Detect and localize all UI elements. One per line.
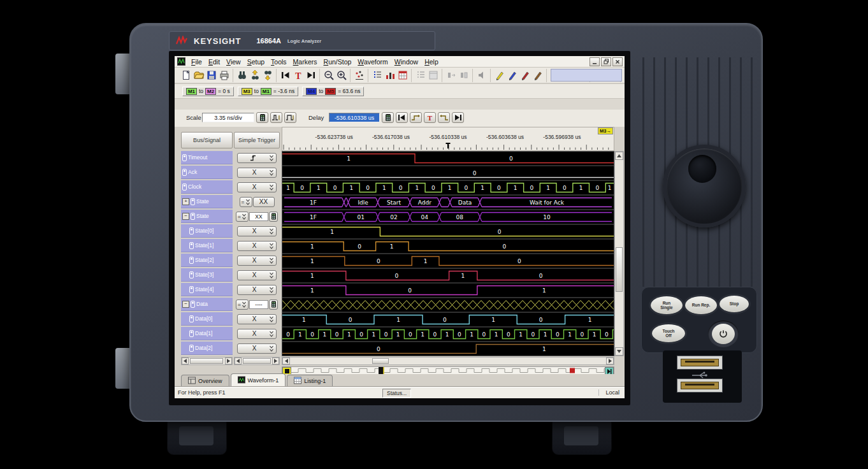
stop-button[interactable]: Stop: [720, 296, 749, 312]
next-edge-button[interactable]: [438, 112, 450, 123]
menu-setup[interactable]: Setup: [244, 57, 268, 66]
marker-readout-3[interactable]: M4toM5= 63.6 ns: [302, 87, 364, 96]
signal-row-state[interactable]: +State: [181, 195, 233, 208]
go-begin-icon[interactable]: [279, 69, 291, 82]
close-button[interactable]: [612, 57, 623, 66]
run-repetitive-button[interactable]: Run Rep.: [685, 296, 717, 314]
keypad-icon[interactable]: [269, 212, 278, 222]
trigger-value-input[interactable]: ----: [249, 300, 268, 309]
marker-pen-yellow-icon[interactable]: [493, 69, 505, 82]
trigger-value-input[interactable]: XX: [249, 212, 268, 221]
menu-markers[interactable]: Markers: [290, 57, 321, 66]
trigger-column-scrollbar[interactable]: [234, 357, 280, 365]
scale-zoom-out-button[interactable]: [284, 112, 296, 123]
menu-run-stop[interactable]: Run/Stop: [321, 57, 355, 66]
hscroll-thumb[interactable]: [372, 358, 389, 364]
menu-edit[interactable]: Edit: [205, 57, 223, 66]
menu-window[interactable]: Window: [391, 57, 421, 66]
find-up-icon[interactable]: [249, 69, 261, 82]
print-icon[interactable]: [218, 69, 230, 82]
delay-keypad-button[interactable]: [382, 112, 394, 123]
scroll-up-button[interactable]: [615, 152, 623, 160]
scroll-down-button[interactable]: [615, 347, 623, 356]
trigger-any-dropdown[interactable]: X: [237, 285, 277, 295]
zoom-out-icon[interactable]: [322, 69, 335, 82]
menu-help[interactable]: Help: [421, 57, 442, 66]
scroll-left-button[interactable]: [282, 357, 290, 364]
trigger-any-dropdown[interactable]: X: [237, 241, 277, 251]
usb-port-top[interactable]: [677, 356, 723, 370]
trigger-any-dropdown[interactable]: X: [237, 343, 277, 354]
restore-button[interactable]: [601, 57, 611, 66]
open-folder-icon[interactable]: [192, 69, 205, 82]
marker-readout-2[interactable]: M3toM1= -3.6 ns: [238, 87, 298, 96]
trigger-any-dropdown[interactable]: X: [237, 168, 277, 178]
signal-row-clock[interactable]: Clock: [181, 180, 233, 194]
expand-toggle[interactable]: −: [182, 213, 189, 220]
power-button[interactable]: [712, 324, 735, 344]
find-down-icon[interactable]: [261, 69, 273, 82]
signal-row-state0[interactable]: State[0]: [181, 224, 233, 238]
go-to-begin-button[interactable]: [396, 112, 408, 123]
scatter-icon[interactable]: [353, 69, 365, 82]
trigger-any-dropdown[interactable]: X: [237, 256, 277, 266]
trigger-operator-dropdown[interactable]: =: [236, 299, 249, 310]
signal-row-state[interactable]: −State: [181, 210, 233, 223]
previous-edge-button[interactable]: [410, 112, 422, 123]
bus-setup-icon[interactable]: [384, 69, 396, 82]
signal-row-state2[interactable]: State[2]: [181, 254, 233, 267]
go-trigger-icon[interactable]: T: [292, 69, 304, 82]
go-end-icon[interactable]: [305, 69, 317, 82]
zoom-in-icon[interactable]: [335, 69, 347, 82]
m3-marker-tag[interactable]: M3→: [598, 127, 613, 134]
trigger-operator-dropdown[interactable]: =: [240, 197, 252, 207]
marker-pen-red-icon[interactable]: [519, 69, 531, 82]
scale-zoom-in-button[interactable]: [270, 112, 282, 123]
trigger-any-dropdown[interactable]: X: [237, 329, 277, 339]
marker-pen-brown-icon[interactable]: [532, 69, 544, 82]
signal-row-timeout[interactable]: Timeout: [181, 151, 233, 164]
signal-column-scrollbar[interactable]: [181, 357, 233, 365]
go-to-trigger-button[interactable]: T: [424, 112, 436, 123]
toolbar-entry-field[interactable]: [551, 69, 622, 82]
trigger-edge-dropdown[interactable]: [237, 153, 277, 163]
signal-row-data1[interactable]: Data[1]: [181, 327, 233, 340]
simple-trigger-column-header[interactable]: Simple Trigger: [234, 132, 280, 148]
marker-readout-1[interactable]: M1toM2= 0 s: [182, 87, 234, 96]
status-button[interactable]: Status...: [382, 389, 411, 398]
signal-row-data[interactable]: −Data: [181, 298, 233, 311]
menu-view[interactable]: View: [223, 57, 244, 66]
tab-listing-1[interactable]: Listing-1: [287, 375, 333, 386]
rotary-knob[interactable]: [663, 145, 746, 227]
find-icon[interactable]: [236, 69, 248, 82]
trigger-any-dropdown[interactable]: X: [237, 270, 277, 280]
menu-file[interactable]: File: [188, 57, 205, 66]
menu-waveform[interactable]: Waveform: [354, 57, 391, 66]
list-setup-icon[interactable]: [371, 69, 383, 82]
marker-pen-blue-icon[interactable]: [506, 69, 518, 82]
delay-input[interactable]: -536.610338 us: [329, 113, 380, 122]
new-file-icon[interactable]: [180, 69, 192, 82]
run-single-button[interactable]: Run Single: [651, 296, 683, 314]
vertical-scrollbar[interactable]: [614, 151, 624, 356]
minimize-button[interactable]: [590, 57, 600, 66]
horizontal-scrollbar[interactable]: [282, 357, 614, 365]
save-icon[interactable]: [205, 69, 217, 82]
trigger-any-dropdown[interactable]: X: [237, 314, 277, 324]
trigger-value-button[interactable]: XX: [253, 197, 275, 207]
expand-toggle[interactable]: −: [182, 301, 189, 308]
signal-row-state3[interactable]: State[3]: [181, 268, 233, 282]
signal-row-data2[interactable]: Data[2]: [181, 342, 233, 355]
waveform-display[interactable]: 1001010101010101010101011FIdleStartAddrD…: [282, 151, 614, 356]
trigger-operator-dropdown[interactable]: =: [236, 212, 249, 222]
go-to-end-button[interactable]: [452, 112, 464, 123]
signal-row-ack[interactable]: Ack: [181, 166, 233, 179]
usb-port-bottom[interactable]: [677, 379, 723, 393]
bus-signal-column-header[interactable]: Bus/Signal: [181, 132, 233, 148]
scroll-right-button[interactable]: [606, 357, 614, 364]
trigger-any-dropdown[interactable]: X: [237, 226, 277, 236]
vscroll-thumb[interactable]: [616, 247, 623, 292]
keypad-icon[interactable]: [269, 299, 278, 310]
trigger-any-dropdown[interactable]: X: [237, 182, 277, 192]
signal-row-state1[interactable]: State[1]: [181, 239, 233, 252]
